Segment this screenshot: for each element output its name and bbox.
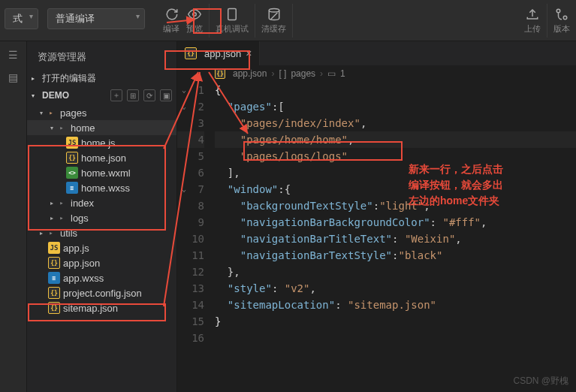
svg-line-4 xyxy=(270,13,277,20)
remote-debug-button[interactable] xyxy=(225,7,240,22)
section-actions: ＋ ⊞ ⟳ ▣ xyxy=(110,89,172,101)
js-icon: JS xyxy=(48,242,60,254)
json-icon: {} xyxy=(185,47,197,59)
toolbar: 式 普通编译 编译 预览 真机调试 清缓存 上传 xyxy=(0,0,576,41)
sidebar: 资源管理器 ▸打开的编辑器 ▾DEMO ＋ ⊞ ⟳ ▣ ▸pages ▸home… xyxy=(27,41,177,392)
file-project-config[interactable]: {}project.config.json xyxy=(27,285,176,300)
wxss-icon: ≡ xyxy=(66,182,78,194)
open-editors-section[interactable]: ▸打开的编辑器 xyxy=(27,70,176,87)
code-content[interactable]: { "pages":[ "pages/index/index", "pages/… xyxy=(215,82,576,346)
new-folder-icon[interactable]: ⊞ xyxy=(127,89,139,101)
folder-icon: ▸ xyxy=(56,197,68,209)
file-app-js[interactable]: JSapp.js xyxy=(27,240,176,255)
file-home-wxss[interactable]: ≡home.wxss xyxy=(27,180,176,195)
folder-index[interactable]: ▸index xyxy=(27,195,176,210)
project-section[interactable]: ▾DEMO ＋ ⊞ ⟳ ▣ xyxy=(27,87,176,104)
json-icon: {} xyxy=(48,302,60,314)
folder-home[interactable]: ▸home xyxy=(27,120,176,135)
json-icon: {} xyxy=(215,68,225,79)
json-icon: {} xyxy=(66,152,78,164)
svg-point-6 xyxy=(556,9,560,13)
folder-icon: ▸ xyxy=(56,212,68,224)
folder-logs[interactable]: ▸logs xyxy=(27,210,176,225)
file-sitemap[interactable]: {}sitemap.json xyxy=(27,300,176,315)
svg-point-0 xyxy=(192,13,196,17)
gutter: 1⌄ 2⌄ 3456 7⌄ 8910111213141516 xyxy=(177,82,215,346)
tab-bar: {} app.json × xyxy=(177,41,576,65)
version-button[interactable] xyxy=(554,7,569,22)
compile-button[interactable] xyxy=(164,7,179,22)
new-file-icon[interactable]: ＋ xyxy=(110,89,122,101)
sidebar-title: 资源管理器 xyxy=(27,47,176,70)
folder-icon: ▸ xyxy=(56,122,68,134)
svg-point-7 xyxy=(563,16,567,20)
js-icon: JS xyxy=(66,137,78,149)
code-area[interactable]: 1⌄ 2⌄ 3456 7⌄ 8910111213141516 { "pages"… xyxy=(177,82,576,346)
folder-utils[interactable]: ▸utils xyxy=(27,225,176,240)
file-home-js[interactable]: JShome.js xyxy=(27,135,176,150)
tab-app-json[interactable]: {} app.json × xyxy=(177,41,260,65)
wxml-icon: <> xyxy=(66,167,78,179)
watermark: CSDN @野槐 xyxy=(513,375,568,387)
file-tree: ▸pages ▸home JShome.js {}home.json <>hom… xyxy=(27,104,176,317)
sidebar-toggle-icon[interactable]: ▤ xyxy=(8,71,18,83)
json-icon: {} xyxy=(48,257,60,269)
menu-icon[interactable]: ☰ xyxy=(8,49,18,61)
file-home-json[interactable]: {}home.json xyxy=(27,150,176,165)
activity-bar: ☰ ▤ xyxy=(0,41,27,392)
folder-icon: ▸ xyxy=(45,107,57,119)
compile-mode-dropdown[interactable]: 普通编译 xyxy=(47,8,145,29)
mode-dropdown[interactable]: 式 xyxy=(5,8,38,29)
folder-pages[interactable]: ▸pages xyxy=(27,105,176,120)
collapse-icon[interactable]: ▣ xyxy=(160,89,172,101)
clear-cache-button[interactable] xyxy=(267,7,282,22)
main: ☰ ▤ 资源管理器 ▸打开的编辑器 ▾DEMO ＋ ⊞ ⟳ ▣ ▸pages ▸… xyxy=(0,41,576,392)
preview-button[interactable] xyxy=(187,7,202,22)
editor-area: {} app.json × {} app.json› [ ]pages› ▭1 … xyxy=(177,41,576,392)
compile-group: 编译 预览 xyxy=(157,4,210,38)
breadcrumb[interactable]: {} app.json› [ ]pages› ▭1 xyxy=(177,65,576,82)
file-app-wxss[interactable]: ≡app.wxss xyxy=(27,270,176,285)
wxss-icon: ≡ xyxy=(48,272,60,284)
svg-rect-1 xyxy=(228,9,237,20)
refresh-icon[interactable]: ⟳ xyxy=(143,89,155,101)
file-app-json[interactable]: {}app.json xyxy=(27,255,176,270)
file-home-wxml[interactable]: <>home.wxml xyxy=(27,165,176,180)
svg-point-3 xyxy=(269,9,279,13)
close-icon[interactable]: × xyxy=(246,47,252,59)
upload-button[interactable] xyxy=(525,7,540,22)
json-icon: {} xyxy=(48,287,60,299)
folder-icon: ▸ xyxy=(45,227,57,239)
